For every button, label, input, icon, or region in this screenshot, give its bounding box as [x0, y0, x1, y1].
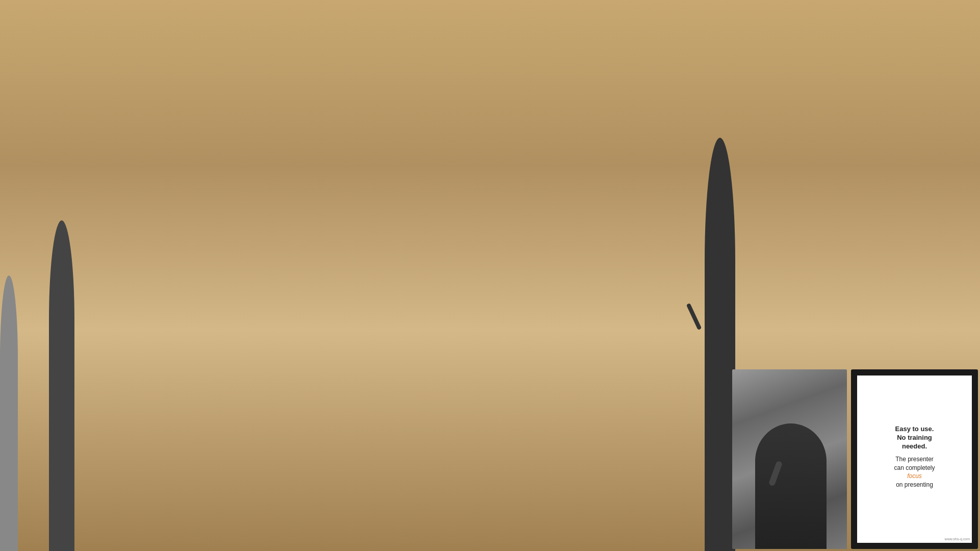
proj-watermark-2: www.sho-q.com — [945, 537, 970, 541]
projector-slides-area: Don't readyour slides. Read your notes. … — [730, 50, 980, 551]
proj-headline-2: Easy to use.No trainingneeded. — [895, 425, 934, 451]
proj-text-slide-2: Easy to use.No trainingneeded. The prese… — [857, 375, 972, 543]
projector-slide-3[interactable]: Easy to use.No trainingneeded. The prese… — [851, 369, 978, 549]
projector-slide-2[interactable] — [732, 369, 847, 549]
projector-top-row: Don't readyour slides. Read your notes. … — [730, 50, 980, 367]
projector-photo-bg-1 — [863, 52, 978, 365]
projector-bottom-row: Easy to use.No trainingneeded. The prese… — [730, 367, 980, 551]
projector-panel: Projector view Don't readyour slides. Re… — [730, 32, 980, 551]
proj-subtext-2: The presentercan completelyfocuson prese… — [894, 455, 935, 489]
main-content: Camera Pen Web — [0, 32, 980, 551]
projector-photo-1[interactable] — [863, 52, 978, 365]
projector-bw-photo — [732, 369, 847, 549]
